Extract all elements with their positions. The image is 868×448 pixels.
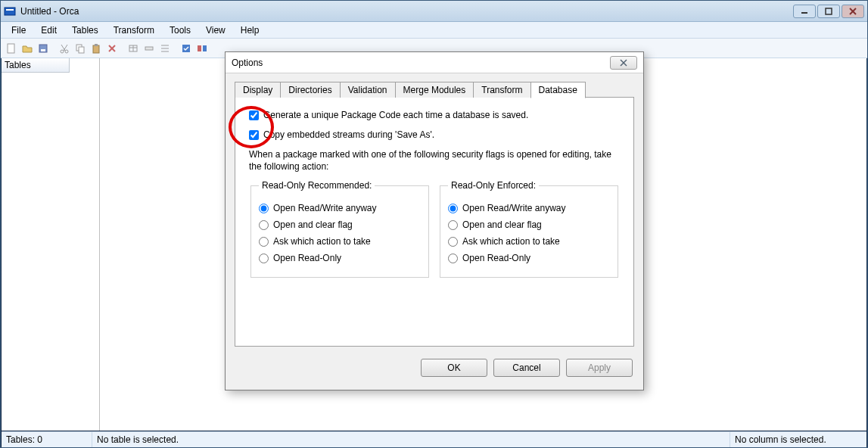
radio-enf-open-ro-label: Open Read-Only (462, 253, 530, 263)
tables-panel: Tables (2, 58, 100, 431)
menu-transform[interactable]: Transform (106, 23, 162, 37)
radio-enf-clear-flag[interactable] (448, 220, 458, 230)
radio-enf-open-ro[interactable] (448, 254, 458, 263)
tab-validation[interactable]: Validation (340, 82, 396, 98)
radio-rec-ask-label: Ask which action to take (273, 236, 371, 247)
svg-rect-16 (95, 44, 98, 46)
window-title: Untitled - Orca (20, 6, 793, 17)
tab-display[interactable]: Display (235, 82, 281, 98)
group-readonly-recommended: Read-Only Recommended: Open Read/Write a… (250, 180, 429, 278)
svg-rect-15 (93, 45, 99, 53)
svg-rect-28 (203, 45, 207, 51)
options-dialog: Options Display Directories Validation M… (225, 51, 644, 390)
svg-rect-1 (6, 9, 14, 11)
radio-rec-open-rw-label: Open Read/Write anyway (273, 203, 377, 213)
menu-view[interactable]: View (198, 23, 233, 37)
cut-icon[interactable] (57, 41, 72, 56)
radio-rec-clear-flag[interactable] (259, 220, 269, 230)
statusbar: Tables: 0 No table is selected. No colum… (2, 431, 866, 447)
open-icon[interactable] (20, 41, 35, 56)
app-icon (4, 5, 16, 17)
radio-enf-open-rw[interactable] (448, 204, 458, 213)
paste-icon[interactable] (89, 41, 104, 56)
svg-rect-8 (41, 49, 45, 51)
svg-rect-3 (826, 8, 832, 14)
status-column-selection: No column is selected. (730, 432, 866, 447)
dialog-titlebar: Options (226, 52, 643, 73)
table-icon[interactable] (126, 41, 141, 56)
radio-enf-ask[interactable] (448, 237, 458, 247)
list-icon[interactable] (157, 41, 173, 56)
svg-rect-0 (5, 8, 15, 15)
radio-rec-ask[interactable] (259, 237, 269, 247)
radio-enf-clear-flag-label: Open and clear flag (462, 219, 542, 230)
dialog-close-button[interactable] (610, 56, 637, 70)
svg-point-12 (65, 50, 68, 53)
maximize-button[interactable] (817, 5, 840, 18)
delete-icon[interactable] (104, 41, 120, 56)
chk-copy-embedded-streams-label: Copy embedded streams during 'Save As'. (263, 129, 434, 140)
menu-edit[interactable]: Edit (33, 23, 64, 37)
radio-enf-ask-label: Ask which action to take (462, 236, 560, 247)
close-button[interactable] (842, 5, 864, 18)
titlebar: Untitled - Orca (1, 1, 867, 22)
menu-file[interactable]: File (4, 23, 33, 37)
tab-directories[interactable]: Directories (280, 82, 340, 98)
svg-rect-27 (198, 45, 201, 51)
dialog-title: Options (232, 58, 610, 68)
tabstrip: Display Directories Validation Merge Mod… (235, 82, 634, 98)
tables-header[interactable]: Tables (2, 58, 70, 73)
radio-rec-open-ro-label: Open Read-Only (273, 253, 341, 263)
menu-tables[interactable]: Tables (64, 23, 106, 37)
svg-point-11 (61, 50, 64, 53)
radio-rec-clear-flag-label: Open and clear flag (273, 219, 353, 230)
status-tables-count: Tables: 0 (2, 432, 92, 447)
legend-readonly-enforced: Read-Only Enforced: (448, 180, 539, 191)
new-icon[interactable] (4, 41, 19, 56)
tab-database[interactable]: Database (530, 82, 586, 98)
radio-rec-open-rw[interactable] (259, 204, 269, 213)
chk-copy-embedded-streams[interactable] (249, 130, 259, 140)
svg-rect-6 (8, 44, 14, 53)
merge-icon[interactable] (194, 41, 210, 56)
security-instructions: When a package marked with one of the fo… (249, 149, 620, 173)
cancel-button[interactable]: Cancel (493, 359, 560, 377)
menu-tools[interactable]: Tools (162, 23, 198, 37)
tabpanel-database: Generate a unique Package Code each time… (235, 97, 634, 347)
tab-transform[interactable]: Transform (473, 82, 530, 98)
minimize-button[interactable] (793, 5, 816, 18)
tab-merge-modules[interactable]: Merge Modules (395, 82, 474, 98)
legend-readonly-recommended: Read-Only Recommended: (259, 180, 375, 191)
chk-generate-package-code-label: Generate a unique Package Code each time… (263, 110, 528, 120)
svg-rect-22 (145, 47, 153, 50)
save-icon[interactable] (36, 41, 51, 56)
group-readonly-enforced: Read-Only Enforced: Open Read/Write anyw… (440, 180, 618, 278)
radio-rec-open-ro[interactable] (259, 254, 269, 263)
validate-icon[interactable] (179, 41, 194, 56)
chk-generate-package-code[interactable] (249, 110, 259, 120)
radio-enf-open-rw-label: Open Read/Write anyway (462, 203, 566, 213)
status-table-selection: No table is selected. (92, 432, 730, 447)
menu-help[interactable]: Help (233, 23, 267, 37)
row-icon[interactable] (142, 41, 157, 56)
copy-icon[interactable] (73, 41, 88, 56)
ok-button[interactable]: OK (421, 359, 487, 377)
svg-rect-14 (79, 47, 84, 53)
menubar: File Edit Tables Transform Tools View He… (1, 22, 867, 39)
apply-button[interactable]: Apply (566, 359, 633, 377)
